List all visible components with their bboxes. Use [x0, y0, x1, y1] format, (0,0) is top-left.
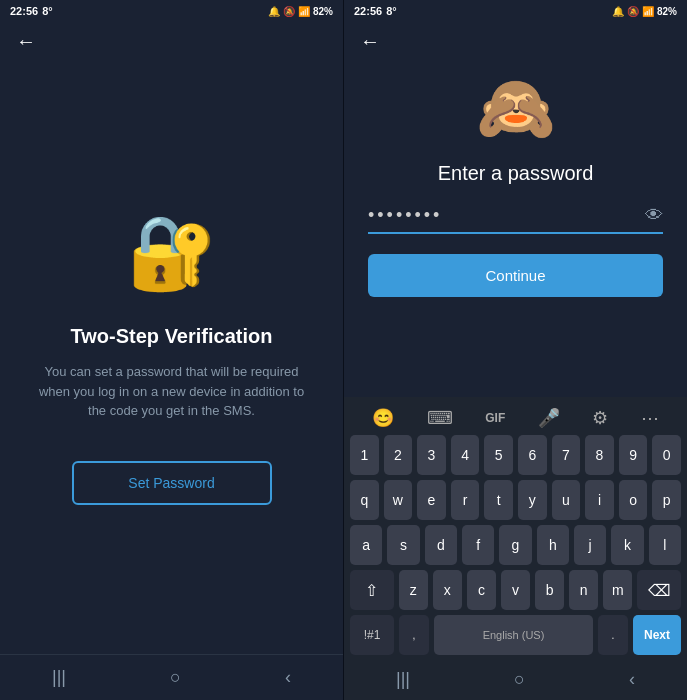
key-k[interactable]: k	[611, 525, 643, 565]
right-nav-back[interactable]: ‹	[629, 669, 635, 690]
left-nav-back[interactable]: ‹	[285, 667, 291, 688]
key-2[interactable]: 2	[384, 435, 413, 475]
lock-key-icon: 🔐	[127, 210, 217, 295]
left-description: You can set a password that will be requ…	[30, 362, 313, 421]
eye-toggle-icon[interactable]: 👁	[645, 205, 663, 226]
period-key[interactable]: .	[598, 615, 628, 655]
keyboard: 😊 ⌨ GIF 🎤 ⚙ ⋯ 1 2 3 4 5 6 7 8 9 0 q	[344, 397, 687, 659]
right-battery: 82%	[657, 6, 677, 17]
key-8[interactable]: 8	[585, 435, 614, 475]
key-e[interactable]: e	[417, 480, 446, 520]
right-status-left: 22:56 8°	[354, 5, 397, 17]
left-nav-bar: ←	[0, 22, 343, 61]
key-f[interactable]: f	[462, 525, 494, 565]
key-5[interactable]: 5	[484, 435, 513, 475]
next-key[interactable]: Next	[633, 615, 681, 655]
right-status-bar: 22:56 8° 🔔 🔕 📶 82%	[344, 0, 687, 22]
keyboard-icon[interactable]: ⌨	[427, 407, 453, 429]
shift-key[interactable]: ⇧	[350, 570, 394, 610]
right-time: 22:56	[354, 5, 382, 17]
key-4[interactable]: 4	[451, 435, 480, 475]
key-b[interactable]: b	[535, 570, 564, 610]
key-g[interactable]: g	[499, 525, 531, 565]
key-row-asdf: a s d f g h j k l	[350, 525, 681, 565]
left-mute-icon: 🔕	[283, 6, 295, 17]
key-s[interactable]: s	[387, 525, 419, 565]
key-o[interactable]: o	[619, 480, 648, 520]
right-title: Enter a password	[438, 162, 594, 185]
key-row-zxcv: ⇧ z x c v b n m ⌫	[350, 570, 681, 610]
key-d[interactable]: d	[425, 525, 457, 565]
key-y[interactable]: y	[518, 480, 547, 520]
gif-icon[interactable]: GIF	[485, 411, 505, 425]
key-9[interactable]: 9	[619, 435, 648, 475]
key-a[interactable]: a	[350, 525, 382, 565]
right-nav-lines[interactable]: |||	[396, 669, 410, 690]
right-nav-bar: ←	[344, 22, 687, 61]
password-input[interactable]	[368, 205, 645, 226]
left-status-bar: 22:56 8° 🔔 🔕 📶 82%	[0, 0, 343, 22]
mic-icon[interactable]: 🎤	[538, 407, 560, 429]
comma-key[interactable]: ,	[399, 615, 429, 655]
key-l[interactable]: l	[649, 525, 681, 565]
key-3[interactable]: 3	[417, 435, 446, 475]
key-j[interactable]: j	[574, 525, 606, 565]
left-panel: 22:56 8° 🔔 🔕 📶 82% ← 🔐 Two-Step Verifica…	[0, 0, 343, 700]
key-z[interactable]: z	[399, 570, 428, 610]
left-back-button[interactable]: ←	[16, 30, 36, 52]
left-battery: 82%	[313, 6, 333, 17]
more-icon[interactable]: ⋯	[641, 407, 659, 429]
symbols-key[interactable]: !#1	[350, 615, 394, 655]
password-input-row: 👁	[368, 205, 663, 234]
right-nav-home[interactable]: ○	[514, 669, 525, 690]
key-w[interactable]: w	[384, 480, 413, 520]
right-content: 🙈 Enter a password 👁 Continue	[344, 61, 687, 397]
key-m[interactable]: m	[603, 570, 632, 610]
continue-button[interactable]: Continue	[368, 254, 663, 297]
left-nav-lines[interactable]: |||	[52, 667, 66, 688]
key-r[interactable]: r	[451, 480, 480, 520]
key-row-numbers: 1 2 3 4 5 6 7 8 9 0	[350, 435, 681, 475]
spacebar-key[interactable]: English (US)	[434, 615, 593, 655]
left-status-left: 22:56 8°	[10, 5, 53, 17]
emoji-icon[interactable]: 😊	[372, 407, 394, 429]
key-1[interactable]: 1	[350, 435, 379, 475]
monkey-icon: 🙈	[476, 71, 556, 146]
right-temp: 8°	[386, 5, 397, 17]
key-v[interactable]: v	[501, 570, 530, 610]
left-bottom-nav: ||| ○ ‹	[0, 654, 343, 700]
key-q[interactable]: q	[350, 480, 379, 520]
key-x[interactable]: x	[433, 570, 462, 610]
key-7[interactable]: 7	[552, 435, 581, 475]
key-i[interactable]: i	[585, 480, 614, 520]
right-alarm-icon: 🔔	[612, 6, 624, 17]
keyboard-rows: 1 2 3 4 5 6 7 8 9 0 q w e r t y u i	[346, 435, 685, 655]
right-panel: 22:56 8° 🔔 🔕 📶 82% ← 🙈 Enter a password …	[343, 0, 687, 700]
set-password-button[interactable]: Set Password	[72, 461, 272, 505]
left-status-right: 🔔 🔕 📶 82%	[268, 6, 333, 17]
key-0[interactable]: 0	[652, 435, 681, 475]
key-row-qwerty: q w e r t y u i o p	[350, 480, 681, 520]
right-status-right: 🔔 🔕 📶 82%	[612, 6, 677, 17]
right-back-button[interactable]: ←	[360, 30, 380, 52]
key-row-bottom: !#1 , English (US) . Next	[350, 615, 681, 655]
left-content: 🔐 Two-Step Verification You can set a pa…	[0, 61, 343, 654]
left-time: 22:56	[10, 5, 38, 17]
left-title: Two-Step Verification	[71, 325, 273, 348]
left-signal-icon: 📶	[298, 6, 310, 17]
left-nav-home[interactable]: ○	[170, 667, 181, 688]
right-mute-icon: 🔕	[627, 6, 639, 17]
right-signal-icon: 📶	[642, 6, 654, 17]
key-p[interactable]: p	[652, 480, 681, 520]
key-6[interactable]: 6	[518, 435, 547, 475]
backspace-key[interactable]: ⌫	[637, 570, 681, 610]
settings-icon[interactable]: ⚙	[592, 407, 608, 429]
key-h[interactable]: h	[537, 525, 569, 565]
left-temp: 8°	[42, 5, 53, 17]
key-n[interactable]: n	[569, 570, 598, 610]
key-t[interactable]: t	[484, 480, 513, 520]
key-c[interactable]: c	[467, 570, 496, 610]
left-alarm-icon: 🔔	[268, 6, 280, 17]
key-u[interactable]: u	[552, 480, 581, 520]
keyboard-toolbar: 😊 ⌨ GIF 🎤 ⚙ ⋯	[346, 403, 685, 435]
